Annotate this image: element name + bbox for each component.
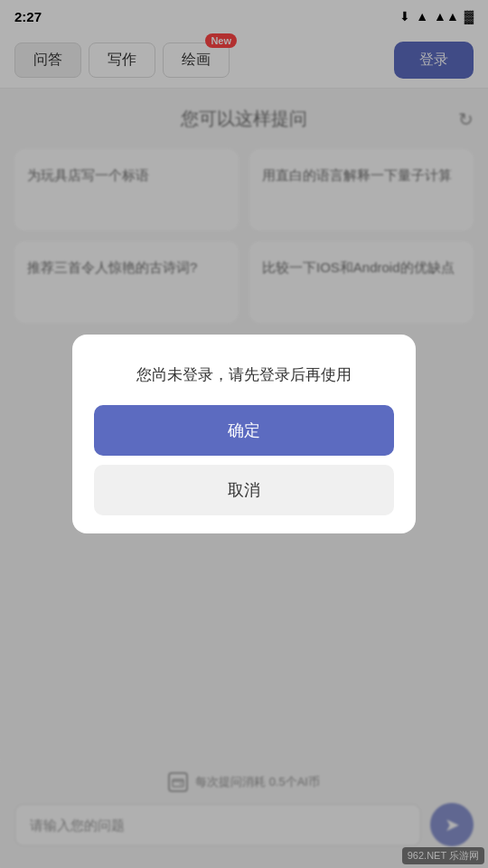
dialog: 您尚未登录，请先登录后再使用 确定 取消	[72, 335, 416, 533]
dialog-buttons: 确定 取消	[94, 405, 394, 515]
dialog-confirm-button[interactable]: 确定	[94, 405, 394, 456]
dialog-message: 您尚未登录，请先登录后再使用	[136, 363, 352, 387]
dialog-overlay: 您尚未登录，请先登录后再使用 确定 取消	[0, 0, 488, 868]
dialog-cancel-button[interactable]: 取消	[94, 465, 394, 515]
